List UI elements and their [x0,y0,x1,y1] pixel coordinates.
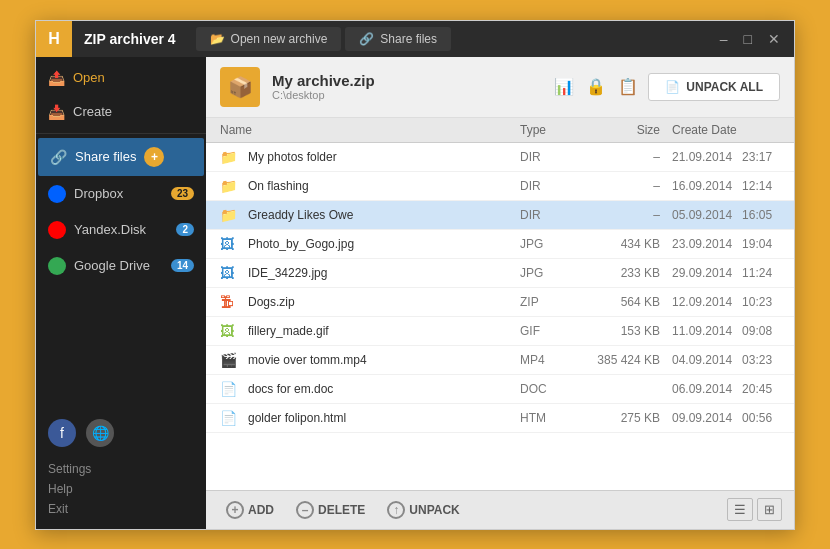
sidebar-social: f 🌐 [48,419,194,447]
file-name: fillery_made.gif [248,324,520,338]
unpack-all-button[interactable]: 📄 UNPACK ALL [648,73,780,101]
app-logo: H [36,21,72,57]
file-date: 04.09.2014 03:23 [660,353,780,367]
open-icon: 📤 [48,70,65,86]
close-button[interactable]: ✕ [764,29,784,49]
maximize-button[interactable]: □ [740,29,756,49]
file-date: 05.09.2014 16:05 [660,208,780,222]
file-icon: 📁 [220,207,240,223]
table-row[interactable]: 📄 golder folipon.html HTM 275 KB 09.09.2… [206,404,794,433]
file-date: 29.09.2014 11:24 [660,266,780,280]
file-list[interactable]: 📁 My photos folder DIR – 21.09.2014 23:1… [206,143,794,490]
chart-icon[interactable]: 📊 [552,75,576,98]
unpack-icon: 📄 [665,80,680,94]
file-size: 275 KB [580,411,660,425]
grid-view-button[interactable]: ⊞ [757,498,782,521]
file-name: IDE_34229.jpg [248,266,520,280]
file-size: 385 424 KB [580,353,660,367]
table-row[interactable]: 📁 My photos folder DIR – 21.09.2014 23:1… [206,143,794,172]
file-icon: 🖼 [220,323,240,339]
exit-link[interactable]: Exit [48,499,194,519]
file-date: 09.09.2014 00:56 [660,411,780,425]
table-row[interactable]: 🎬 movie over tomm.mp4 MP4 385 424 KB 04.… [206,346,794,375]
file-size: – [580,208,660,222]
facebook-icon[interactable]: f [48,419,76,447]
file-name: On flashing [248,179,520,193]
col-header-date: Create Date [660,123,780,137]
list-view-button[interactable]: ☰ [727,498,753,521]
file-icon: 📁 [220,149,240,165]
table-row[interactable]: 🗜 Dogs.zip ZIP 564 KB 12.09.2014 10:23 [206,288,794,317]
file-size: 233 KB [580,266,660,280]
add-icon: + [226,501,244,519]
sidebar-item-dropbox[interactable]: Dropbox 23 [36,176,206,212]
dropbox-icon [48,185,66,203]
view-buttons: ☰ ⊞ [727,498,782,521]
archive-path: C:\desktop [272,89,540,101]
delete-button[interactable]: – DELETE [288,497,373,523]
file-name: Greaddy Likes Owe [248,208,520,222]
sidebar-item-create[interactable]: 📥 Create [36,95,206,129]
sidebar: 📤 Open 📥 Create 🔗 Share files + Dropbox … [36,57,206,529]
content-area: 📦 My archive.zip C:\desktop 📊 🔒 📋 📄 UNPA… [206,57,794,529]
file-name: My photos folder [248,150,520,164]
file-type: ZIP [520,295,580,309]
app-window: H ZIP archiver 4 📂 Open new archive 🔗 Sh… [35,20,795,530]
file-size: – [580,150,660,164]
info-icon[interactable]: 📋 [616,75,640,98]
share-add-icon: + [144,147,164,167]
add-button[interactable]: + ADD [218,497,282,523]
file-type: JPG [520,266,580,280]
sidebar-divider [36,133,206,134]
main-layout: 📤 Open 📥 Create 🔗 Share files + Dropbox … [36,57,794,529]
file-date: 23.09.2014 19:04 [660,237,780,251]
col-header-size: Size [580,123,660,137]
table-row[interactable]: 🖼 Photo_by_Gogo.jpg JPG 434 KB 23.09.201… [206,230,794,259]
unpack-button[interactable]: ↑ UNPACK [379,497,467,523]
settings-link[interactable]: Settings [48,459,194,479]
bottom-toolbar: + ADD – DELETE ↑ UNPACK ☰ ⊞ [206,490,794,529]
website-icon[interactable]: 🌐 [86,419,114,447]
file-date: 21.09.2014 23:17 [660,150,780,164]
yandex-badge: 2 [176,223,194,236]
sidebar-item-yandex[interactable]: Yandex.Disk 2 [36,212,206,248]
file-date: 16.09.2014 12:14 [660,179,780,193]
file-icon: 📄 [220,381,240,397]
folder-open-icon: 📂 [210,32,225,46]
file-table-header: Name Type Size Create Date [206,118,794,143]
file-size: 564 KB [580,295,660,309]
table-row[interactable]: 📁 On flashing DIR – 16.09.2014 12:14 [206,172,794,201]
share-files-button[interactable]: 🔗 Share files [345,27,451,51]
col-header-type: Type [520,123,580,137]
share-icon: 🔗 [359,32,374,46]
minimize-button[interactable]: – [716,29,732,49]
share-files-icon: 🔗 [50,149,67,165]
archive-name: My archive.zip [272,72,540,89]
sidebar-item-gdrive[interactable]: Google Drive 14 [36,248,206,284]
file-size: 153 KB [580,324,660,338]
file-type: DIR [520,179,580,193]
file-date: 06.09.2014 20:45 [660,382,780,396]
file-type: JPG [520,237,580,251]
file-type: HTM [520,411,580,425]
help-link[interactable]: Help [48,479,194,499]
file-size: – [580,179,660,193]
file-icon: 🗜 [220,294,240,310]
file-type: DIR [520,150,580,164]
archive-icon: 📦 [220,67,260,107]
file-type: MP4 [520,353,580,367]
create-icon: 📥 [48,104,65,120]
archive-info: My archive.zip C:\desktop [272,72,540,101]
table-row[interactable]: 🖼 fillery_made.gif GIF 153 KB 11.09.2014… [206,317,794,346]
open-new-archive-button[interactable]: 📂 Open new archive [196,27,342,51]
table-row[interactable]: 🖼 IDE_34229.jpg JPG 233 KB 29.09.2014 11… [206,259,794,288]
sidebar-item-open[interactable]: 📤 Open [36,61,206,95]
lock-icon[interactable]: 🔒 [584,75,608,98]
window-controls: – □ ✕ [716,29,794,49]
archive-tools: 📊 🔒 📋 📄 UNPACK ALL [552,73,780,101]
table-row[interactable]: 📁 Greaddy Likes Owe DIR – 05.09.2014 16:… [206,201,794,230]
file-date: 11.09.2014 09:08 [660,324,780,338]
gdrive-badge: 14 [171,259,194,272]
table-row[interactable]: 📄 docs for em.doc DOC 06.09.2014 20:45 [206,375,794,404]
sidebar-item-share[interactable]: 🔗 Share files + [38,138,204,176]
